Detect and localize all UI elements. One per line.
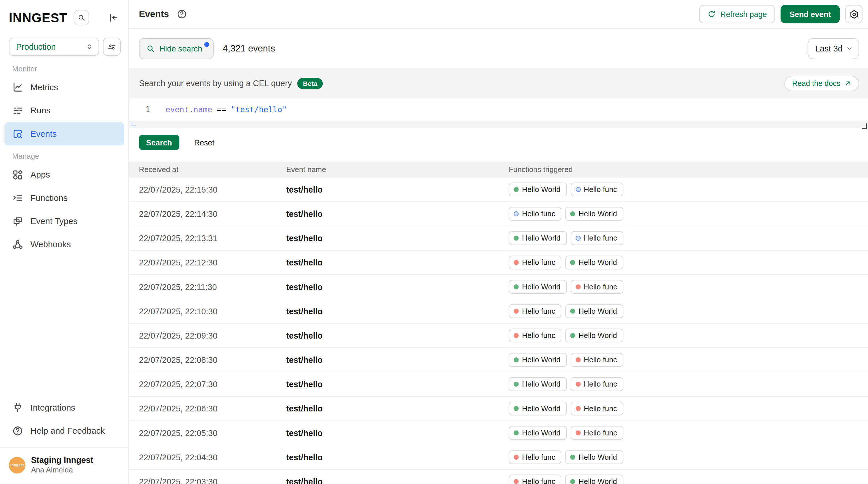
function-badge[interactable]: Hello func (570, 426, 623, 440)
function-badge[interactable]: Hello func (509, 450, 561, 464)
table-row[interactable]: 22/07/2025, 22:12:30test/helloHello func… (129, 251, 868, 275)
nav-section-manage: ManageAppsFunctionsEvent TypesWebhooks (0, 152, 128, 256)
function-badge[interactable]: Hello func (509, 304, 561, 318)
sidebar-item-events[interactable]: Events (4, 122, 124, 146)
function-badge[interactable]: Hello func (570, 353, 623, 367)
function-badge[interactable]: Hello func (570, 377, 623, 391)
function-badge[interactable]: Hello World (565, 304, 623, 318)
function-badge-label: Hello World (522, 234, 560, 242)
function-badge[interactable]: Hello func (570, 280, 623, 294)
read-docs-label: Read the docs (792, 79, 840, 88)
table-row[interactable]: 22/07/2025, 22:08:30test/helloHello Worl… (129, 348, 868, 372)
function-badge[interactable]: Hello func (509, 256, 561, 269)
functions-triggered-cell: Hello WorldHello func (509, 401, 859, 416)
refresh-page-button[interactable]: Refresh page (699, 5, 775, 23)
function-badge[interactable]: Hello World (565, 207, 623, 221)
functions-triggered-cell: Hello funcHello World (509, 256, 859, 269)
sidebar-item-integrations[interactable]: Integrations (4, 396, 124, 419)
event-types-icon (12, 216, 23, 227)
search-button[interactable]: Search (139, 135, 179, 150)
function-badge-label: Hello World (578, 307, 617, 316)
table-row[interactable]: 22/07/2025, 22:11:30test/helloHello Worl… (129, 275, 868, 299)
table-row[interactable]: 22/07/2025, 22:15:30test/helloHello Worl… (129, 178, 868, 202)
functions-icon (12, 193, 23, 203)
function-badge[interactable]: Hello World (565, 328, 623, 342)
hide-search-button[interactable]: Hide search (139, 38, 214, 59)
function-badge[interactable]: Hello World (509, 231, 566, 245)
reset-button[interactable]: Reset (194, 138, 214, 147)
cel-query-editor[interactable]: 1 event.name == "test/hello" (129, 99, 868, 121)
sidebar-search-button[interactable] (73, 10, 89, 26)
help-icon[interactable] (177, 9, 187, 20)
function-badge[interactable]: Hello World (509, 426, 566, 440)
function-badge[interactable]: Hello func (509, 207, 561, 221)
read-docs-button[interactable]: Read the docs (784, 75, 859, 91)
table-row[interactable]: 22/07/2025, 22:07:30test/helloHello Worl… (129, 373, 868, 397)
sidebar-item-label: Event Types (30, 216, 78, 226)
table-row[interactable]: 22/07/2025, 22:14:30test/helloHello func… (129, 202, 868, 226)
inngest-app: INNGEST Production MonitorMetricsRunsEve… (0, 0, 868, 484)
function-badge[interactable]: Hello func (509, 475, 561, 484)
apps-icon (12, 169, 23, 180)
function-badge[interactable]: Hello World (509, 183, 566, 196)
received-at-cell: 22/07/2025, 22:09:30 (139, 331, 286, 340)
status-dot-failed (514, 333, 519, 338)
function-badge[interactable]: Hello World (509, 353, 566, 367)
function-badge-label: Hello World (522, 405, 560, 413)
sidebar-item-apps[interactable]: Apps (4, 163, 124, 186)
function-badge[interactable]: Hello World (565, 256, 623, 269)
sidebar-item-functions[interactable]: Functions (4, 187, 124, 209)
table-header: Received at Event name Functions trigger… (129, 162, 868, 178)
function-badge[interactable]: Hello func (570, 231, 623, 245)
sidebar-item-label: Apps (30, 170, 50, 180)
table-row[interactable]: 22/07/2025, 22:03:30test/helloHello func… (129, 470, 868, 484)
function-badge-label: Hello World (578, 209, 617, 218)
table-row[interactable]: 22/07/2025, 22:05:30test/helloHello Worl… (129, 421, 868, 445)
sidebar-item-metrics[interactable]: Metrics (4, 76, 124, 99)
function-badge[interactable]: Hello func (509, 328, 561, 342)
send-event-button[interactable]: Send event (781, 5, 840, 23)
profile-menu[interactable]: inngest Staging Inngest Ana Almeida (0, 447, 128, 484)
functions-triggered-cell: Hello WorldHello func (509, 183, 859, 196)
event-name-cell: test/hello (286, 404, 509, 414)
status-dot-completed (570, 309, 575, 314)
sidebar-item-webhooks[interactable]: Webhooks (4, 233, 124, 256)
editor-resize-handle-left[interactable] (132, 122, 136, 126)
event-name-cell: test/hello (286, 282, 509, 292)
status-dot-failed (576, 406, 580, 411)
sidebar-nav: MonitorMetricsRunsEventsManageAppsFuncti… (0, 59, 128, 256)
function-badge[interactable]: Hello World (509, 401, 566, 416)
collapse-sidebar-button[interactable] (106, 11, 120, 24)
functions-triggered-cell: Hello WorldHello func (509, 426, 859, 440)
sidebar-item-label: Runs (30, 105, 50, 116)
function-badge-label: Hello func (522, 258, 555, 266)
table-row[interactable]: 22/07/2025, 22:13:31test/helloHello Worl… (129, 226, 868, 251)
functions-triggered-cell: Hello funcHello World (509, 328, 859, 342)
environment-selector[interactable]: Production (9, 38, 99, 56)
settings-button[interactable] (845, 5, 863, 23)
time-range-selector[interactable]: Last 3d (808, 38, 859, 59)
function-badge[interactable]: Hello World (565, 475, 623, 484)
function-badge[interactable]: Hello World (509, 377, 566, 391)
table-row[interactable]: 22/07/2025, 22:04:30test/helloHello func… (129, 445, 868, 470)
editor-resize-handle-right[interactable] (862, 124, 867, 129)
function-badge-label: Hello func (584, 283, 617, 291)
inngest-logo: INNGEST (9, 10, 67, 25)
table-row[interactable]: 22/07/2025, 22:06:30test/helloHello Worl… (129, 397, 868, 421)
environment-settings-button[interactable] (103, 38, 121, 56)
page-title: Events (139, 9, 169, 20)
sidebar-item-event-types[interactable]: Event Types (4, 209, 124, 233)
query-token: == (212, 105, 231, 114)
sidebar-item-runs[interactable]: Runs (4, 99, 124, 122)
table-row[interactable]: 22/07/2025, 22:09:30test/helloHello func… (129, 324, 868, 348)
received-at-cell: 22/07/2025, 22:10:30 (139, 306, 286, 316)
function-badge[interactable]: Hello func (570, 401, 623, 416)
environment-row: Production (0, 32, 128, 56)
function-badge[interactable]: Hello World (509, 280, 566, 294)
profile-user-name: Ana Almeida (31, 465, 93, 475)
profile-org-name: Staging Inngest (31, 455, 93, 465)
function-badge[interactable]: Hello func (570, 183, 623, 196)
table-row[interactable]: 22/07/2025, 22:10:30test/helloHello func… (129, 299, 868, 324)
sidebar-item-help-and-feedback[interactable]: Help and Feedback (4, 419, 124, 442)
function-badge[interactable]: Hello World (565, 450, 623, 464)
